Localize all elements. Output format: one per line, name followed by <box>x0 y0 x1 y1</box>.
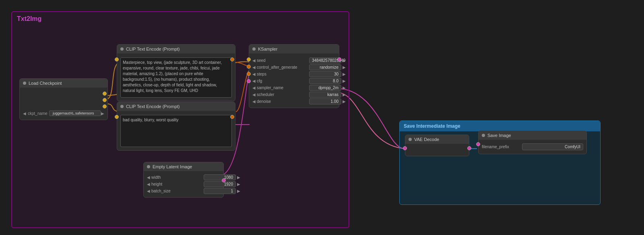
clip-positive-text[interactable]: Masterpiece, top view, (jade sculpture, … <box>120 57 232 98</box>
kfield-left-0[interactable]: ◀ <box>252 58 256 63</box>
checkpoint-clip1-port[interactable] <box>103 98 107 102</box>
width-value: 1080 <box>204 174 236 180</box>
ksampler-negative-port[interactable] <box>247 72 251 76</box>
batch-arrow-right[interactable]: ▶ <box>237 189 240 193</box>
kfield-label-5: scheduler <box>257 92 309 97</box>
clip-negative-title: CLIP Text Encode (Prompt) <box>126 104 180 109</box>
ksampler-node: KSampler ◀ seed 348482578028049 ▶ ◀ cont… <box>249 44 339 108</box>
ksampler-field-row-2: ◀ steps 30 ▶ <box>252 71 336 77</box>
kfield-left-3[interactable]: ◀ <box>252 79 256 83</box>
empty-latent-node: Empty Latent Image ◀ width 1080 ▶ ◀ heig… <box>143 162 224 198</box>
save-intermediate-header: Save Intermediate Image <box>400 121 600 131</box>
canvas: Txt2Img Load Checkpoint ◀ ckpt_name jugg… <box>0 0 644 235</box>
ckpt-arrow-right[interactable]: ▶ <box>101 111 104 116</box>
ksampler-body: ◀ seed 348482578028049 ▶ ◀ control_after… <box>249 53 339 108</box>
kfield-left-2[interactable]: ◀ <box>252 72 256 76</box>
kfield-left-4[interactable]: ◀ <box>252 86 256 90</box>
vae-decode-header: VAE Decode <box>405 135 469 144</box>
kfield-left-1[interactable]: ◀ <box>252 65 256 69</box>
kfield-left-6[interactable]: ◀ <box>252 99 256 104</box>
ckpt-name-row: ◀ ckpt_name juggernautXL.safetensors ▶ <box>23 110 104 116</box>
save-image-title: Save Image <box>487 133 511 138</box>
ksampler-dot <box>252 47 256 51</box>
width-arrow-left[interactable]: ◀ <box>147 175 150 180</box>
ksampler-out-port[interactable] <box>337 57 341 61</box>
clip-negative-node: CLIP Text Encode (Prompt) bad quality, b… <box>117 102 235 151</box>
ksampler-model-port[interactable] <box>247 57 251 61</box>
clip-positive-node: CLIP Text Encode (Prompt) Masterpiece, t… <box>117 44 235 101</box>
kfield-label-0: seed <box>257 58 309 63</box>
save-image-body: filename_prefix ComfyUI <box>479 140 586 154</box>
kfield-right-6[interactable]: ▶ <box>343 99 346 104</box>
vae-in-port[interactable] <box>403 146 407 150</box>
kfield-value-2: 30 <box>309 71 341 77</box>
ksampler-title: KSampler <box>258 47 277 51</box>
save-image-in-port[interactable] <box>476 142 480 146</box>
kfield-right-1[interactable]: ▶ <box>343 65 346 69</box>
kfield-right-0[interactable]: ▶ <box>343 58 346 63</box>
clip-positive-out-port[interactable] <box>230 57 234 61</box>
kfield-label-3: cfg <box>257 79 309 83</box>
kfield-value-3: 8.0 <box>309 78 341 84</box>
kfield-left-5[interactable]: ◀ <box>252 92 256 97</box>
kfield-right-3[interactable]: ▶ <box>343 79 346 83</box>
ksampler-field-row-1: ◀ control_after_generate randomize ▶ <box>252 64 336 70</box>
load-checkpoint-body: ◀ ckpt_name juggernautXL.safetensors ▶ <box>20 88 107 120</box>
ckpt-arrow-left[interactable]: ◀ <box>23 111 26 116</box>
latent-width-row: ◀ width 1080 ▶ <box>147 174 220 180</box>
kfield-value-5: karras <box>309 92 341 98</box>
kfield-value-1: randomize <box>309 64 341 70</box>
ksampler-latent-port[interactable] <box>247 79 251 83</box>
kfield-value-0: 348482578028049 <box>309 57 341 63</box>
kfield-value-6: 1.00 <box>309 98 341 104</box>
kfield-right-4[interactable]: ▶ <box>343 86 346 90</box>
checkpoint-model-port[interactable] <box>103 92 107 96</box>
filename-label: filename_prefix <box>482 145 522 149</box>
load-checkpoint-header: Load Checkpoint <box>20 79 107 88</box>
ksampler-field-row-5: ◀ scheduler karras ▶ <box>252 92 336 98</box>
height-arrow-right[interactable]: ▶ <box>237 182 240 186</box>
batch-label: batch_size <box>151 189 204 193</box>
height-arrow-left[interactable]: ◀ <box>147 182 150 186</box>
width-label: width <box>151 175 204 180</box>
vae-out-port[interactable] <box>467 146 471 150</box>
ksampler-field-row-0: ◀ seed 348482578028049 ▶ <box>252 57 336 63</box>
kfield-right-5[interactable]: ▶ <box>343 92 346 97</box>
kfield-value-4: dpmpp_2m <box>309 85 341 91</box>
empty-latent-header: Empty Latent Image <box>144 162 223 171</box>
clip-negative-dot <box>120 105 124 108</box>
batch-value: 1 <box>204 188 236 194</box>
group-title: Txt2Img <box>17 15 41 22</box>
kfield-label-4: sampler_name <box>257 86 309 90</box>
clip-negative-text[interactable]: bad quality, blurry, worst quality <box>120 115 232 147</box>
clip-negative-out-port[interactable] <box>230 115 234 119</box>
clip-positive-title: CLIP Text Encode (Prompt) <box>126 47 180 51</box>
kfield-label-6: denoise <box>257 99 309 104</box>
width-arrow-right[interactable]: ▶ <box>237 175 240 180</box>
height-value: 1920 <box>204 181 236 187</box>
ckpt-value: juggernautXL.safetensors <box>49 110 101 116</box>
load-checkpoint-dot <box>23 82 26 85</box>
kfield-right-2[interactable]: ▶ <box>343 72 346 76</box>
save-image-dot <box>482 134 485 137</box>
latent-batch-row: ◀ batch_size 1 ▶ <box>147 188 220 194</box>
clip-negative-in-port[interactable] <box>115 115 119 119</box>
filename-row: filename_prefix ComfyUI <box>482 143 583 150</box>
load-checkpoint-node: Load Checkpoint ◀ ckpt_name juggernautXL… <box>19 78 108 120</box>
clip-positive-in-port[interactable] <box>115 57 119 61</box>
kfield-label-2: steps <box>257 72 309 76</box>
load-checkpoint-title: Load Checkpoint <box>29 81 62 86</box>
save-image-header: Save Image <box>479 131 586 140</box>
ksampler-positive-port[interactable] <box>247 65 251 69</box>
empty-latent-dot <box>147 165 150 168</box>
save-image-node: Save Image filename_prefix ComfyUI <box>478 131 587 154</box>
checkpoint-clip2-port[interactable] <box>103 104 107 108</box>
ksampler-fields: ◀ seed 348482578028049 ▶ ◀ control_after… <box>252 57 336 104</box>
height-label: height <box>151 182 204 186</box>
ksampler-header: KSampler <box>249 45 339 53</box>
ksampler-field-row-3: ◀ cfg 8.0 ▶ <box>252 78 336 84</box>
clip-positive-dot <box>120 47 124 51</box>
latent-out-port[interactable] <box>222 178 226 182</box>
batch-arrow-left[interactable]: ◀ <box>147 189 150 193</box>
clip-negative-body: bad quality, blurry, worst quality <box>117 111 235 150</box>
